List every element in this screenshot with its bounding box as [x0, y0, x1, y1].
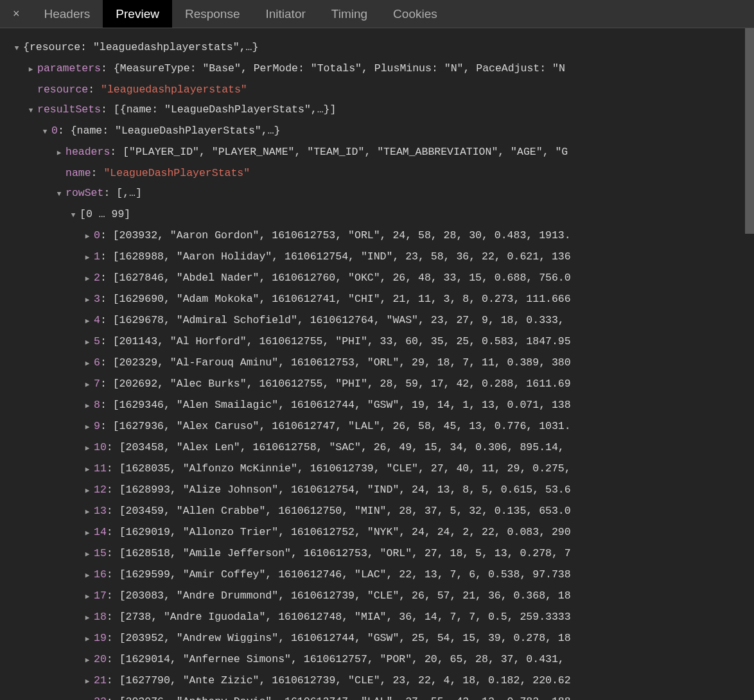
json-key: 4 — [94, 314, 100, 326]
expand-icon[interactable] — [83, 523, 91, 543]
json-node-rowset[interactable]: rowSet: [,…] — [0, 183, 754, 204]
json-row[interactable]: 6: [202329, "Al-Farouq Aminu", 161061275… — [0, 353, 754, 374]
json-key: 2 — [94, 272, 100, 284]
json-row[interactable]: 19: [203952, "Andrew Wiggins", 161061274… — [0, 628, 754, 649]
json-key: 8 — [94, 399, 100, 411]
expand-icon[interactable] — [83, 248, 91, 268]
json-preview: [1629690, "Adam Mokoka", 1610612741, "CH… — [113, 293, 571, 305]
expand-icon[interactable] — [55, 143, 63, 163]
expand-icon[interactable] — [83, 608, 91, 628]
json-row[interactable]: 13: [203459, "Allen Crabbe", 1610612750,… — [0, 501, 754, 522]
json-preview: [1629014, "Anfernee Simons", 1610612757,… — [119, 653, 565, 665]
json-row[interactable]: 8: [1629346, "Alen Smailagic", 161061274… — [0, 395, 754, 416]
json-row[interactable]: 4: [1629678, "Admiral Schofield", 161061… — [0, 310, 754, 331]
json-row[interactable]: 17: [203083, "Andre Drummond", 161061273… — [0, 586, 754, 607]
json-key: 7 — [94, 378, 100, 390]
json-row[interactable]: 1: [1628988, "Aaron Holiday", 1610612754… — [0, 247, 754, 268]
json-key: 22 — [94, 696, 107, 700]
expand-icon[interactable] — [27, 60, 35, 80]
expand-icon[interactable] — [83, 629, 91, 649]
json-row[interactable]: 15: [1628518, "Amile Jefferson", 1610612… — [0, 543, 754, 564]
expand-icon[interactable] — [83, 502, 91, 522]
json-preview: ["PLAYER_ID", "PLAYER_NAME", "TEAM_ID", … — [123, 146, 568, 158]
json-node-parameters[interactable]: parameters: {MeasureType: "Base", PerMod… — [0, 58, 754, 80]
json-key: 6 — [94, 356, 100, 369]
json-row[interactable]: 2: [1627846, "Abdel Nader", 1610612760, … — [0, 268, 754, 289]
json-preview: [1629346, "Alen Smailagic", 1610612744, … — [113, 399, 571, 411]
json-node-name[interactable]: name: "LeagueDashPlayerStats" — [0, 163, 754, 183]
json-preview: [203083, "Andre Drummond", 1610612739, "… — [119, 590, 571, 602]
tab-timing[interactable]: Timing — [319, 0, 380, 28]
json-key: 0 — [51, 125, 58, 137]
expand-icon[interactable] — [55, 184, 63, 204]
expand-icon[interactable] — [83, 311, 91, 331]
json-key: 0 — [94, 229, 100, 241]
json-row[interactable]: 9: [1627936, "Alex Caruso", 1610612747, … — [0, 416, 754, 437]
json-row[interactable]: 3: [1629690, "Adam Mokoka", 1610612741, … — [0, 289, 754, 310]
expand-icon[interactable] — [83, 672, 91, 692]
json-preview: [1629599, "Amir Coffey", 1610612746, "LA… — [119, 568, 571, 581]
tab-headers[interactable]: Headers — [31, 0, 103, 28]
json-preview: [1629678, "Admiral Schofield", 161061276… — [113, 314, 565, 326]
tab-cookies[interactable]: Cookies — [380, 0, 450, 28]
bucket-label: [0 … 99] — [80, 204, 130, 224]
json-row[interactable]: 0: [203932, "Aaron Gordon", 1610612753, … — [0, 225, 754, 247]
expand-icon[interactable] — [83, 545, 91, 564]
json-node-bucket[interactable]: [0 … 99] — [0, 204, 754, 225]
json-row[interactable]: 14: [1629019, "Allonzo Trier", 161061275… — [0, 522, 754, 543]
json-node-resource[interactable]: resource: "leaguedashplayerstats" — [0, 80, 754, 100]
expand-icon[interactable] — [83, 227, 91, 247]
tab-preview[interactable]: Preview — [103, 0, 172, 28]
json-preview: [1628035, "Alfonzo McKinnie", 1610612739… — [119, 462, 571, 475]
json-node-resultsets[interactable]: resultSets: [{name: "LeagueDashPlayerSta… — [0, 100, 754, 121]
expand-icon[interactable] — [13, 39, 21, 58]
tab-initiator[interactable]: Initiator — [252, 0, 318, 28]
json-key: 1 — [94, 250, 100, 263]
scrollbar[interactable] — [745, 28, 754, 234]
expand-icon[interactable] — [83, 417, 91, 437]
expand-icon[interactable] — [83, 269, 91, 289]
expand-icon[interactable] — [83, 587, 91, 607]
json-row[interactable]: 10: [203458, "Alex Len", 1610612758, "SA… — [0, 437, 754, 459]
json-key: 11 — [94, 462, 107, 475]
json-row[interactable]: 18: [2738, "Andre Iguodala", 1610612748,… — [0, 607, 754, 628]
json-node-resultsets-0[interactable]: 0: {name: "LeagueDashPlayerStats",…} — [0, 121, 754, 142]
expand-icon[interactable] — [83, 290, 91, 310]
json-key: 14 — [94, 526, 107, 538]
expand-icon[interactable] — [83, 375, 91, 395]
json-key: 10 — [94, 441, 107, 453]
json-preview: {name: "LeagueDashPlayerStats",…} — [71, 125, 281, 137]
json-row[interactable]: 11: [1628035, "Alfonzo McKinnie", 161061… — [0, 459, 754, 480]
expand-icon[interactable] — [41, 122, 49, 142]
expand-icon[interactable] — [83, 439, 91, 459]
expand-icon[interactable] — [83, 333, 91, 353]
expand-icon[interactable] — [83, 481, 91, 501]
json-node-headers[interactable]: headers: ["PLAYER_ID", "PLAYER_NAME", "T… — [0, 142, 754, 163]
json-root[interactable]: {resource: "leaguedashplayerstats",…} — [0, 37, 754, 58]
expand-icon[interactable] — [27, 101, 35, 121]
expand-icon[interactable] — [83, 396, 91, 416]
json-row[interactable]: 5: [201143, "Al Horford", 1610612755, "P… — [0, 331, 754, 353]
json-preview: [1629019, "Allonzo Trier", 1610612752, "… — [119, 526, 571, 538]
json-row[interactable]: 21: [1627790, "Ante Zizic", 1610612739, … — [0, 670, 754, 692]
json-key: resource — [37, 83, 88, 96]
json-row[interactable]: 20: [1629014, "Anfernee Simons", 1610612… — [0, 649, 754, 670]
json-row[interactable]: 7: [202692, "Alec Burks", 1610612755, "P… — [0, 374, 754, 395]
json-row[interactable]: 12: [1628993, "Alize Johnson", 161061275… — [0, 480, 754, 501]
expand-icon[interactable] — [83, 651, 91, 670]
json-row[interactable]: 22: [203076, "Anthony Davis", 1610612747… — [0, 692, 754, 700]
tab-bar: × Headers Preview Response Initiator Tim… — [0, 0, 754, 28]
expand-icon[interactable] — [83, 354, 91, 374]
expand-icon[interactable] — [83, 566, 91, 586]
json-preview: [203076, "Anthony Davis", 1610612747, "L… — [119, 696, 571, 700]
close-icon[interactable]: × — [0, 7, 31, 21]
expand-icon[interactable] — [83, 460, 91, 480]
json-key: 12 — [94, 484, 107, 496]
json-preview: [203952, "Andrew Wiggins", 1610612744, "… — [119, 632, 571, 644]
json-preview: [201143, "Al Horford", 1610612755, "PHI"… — [113, 335, 571, 347]
json-key: 21 — [94, 674, 107, 687]
expand-icon[interactable] — [83, 693, 91, 700]
expand-icon[interactable] — [69, 206, 77, 225]
tab-response[interactable]: Response — [172, 0, 253, 28]
json-row[interactable]: 16: [1629599, "Amir Coffey", 1610612746,… — [0, 564, 754, 586]
